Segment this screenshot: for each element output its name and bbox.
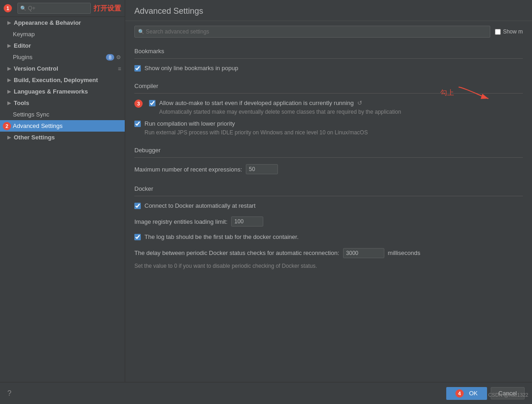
ok-button[interactable]: 4 OK — [446, 387, 487, 400]
docker-delay-input[interactable] — [343, 248, 384, 258]
bookmarks-header: Bookmarks — [134, 45, 523, 59]
bookmarks-section: Bookmarks Show only line bookmarks in po… — [125, 41, 532, 76]
sidebar-item-editor[interactable]: ▶ Editor — [0, 40, 125, 51]
image-registry-label: Image registry entities loading limit: — [134, 218, 227, 225]
ok-label: OK — [469, 390, 478, 397]
chevron-icon: ▶ — [7, 77, 11, 83]
chevron-icon: ▶ — [7, 89, 11, 94]
watermark: CSDN @hac1322 — [488, 392, 528, 398]
sidebar-item-label: Languages & Frameworks — [14, 88, 121, 95]
sidebar-item-settings-sync[interactable]: Settings Sync — [0, 109, 125, 120]
sidebar-item-advanced-settings[interactable]: 2 Advanced Settings — [0, 120, 125, 132]
docker-delay-row: The delay between periodic Docker status… — [134, 245, 523, 261]
auto-make-content: Allow auto-make to start even if develop… — [159, 99, 401, 116]
docker-section: Docker Connect to Docker automatically a… — [125, 179, 532, 275]
sidebar-item-other-settings[interactable]: ▶ Other Settings — [0, 132, 125, 143]
sidebar-item-tools[interactable]: ▶ Tools — [0, 97, 125, 109]
image-registry-row: Image registry entities loading limit: — [134, 214, 523, 229]
sidebar-item-label: Editor — [14, 42, 121, 49]
connect-docker-label: Connect to Docker automatically at resta… — [144, 202, 255, 210]
bottom-bar: ? 4 OK Cancel — [0, 382, 532, 404]
search-bar-row: 🔍 Show m — [125, 21, 532, 41]
lower-priority-label: Run compilation with lower priority — [144, 120, 235, 127]
badge-3: 3 — [134, 100, 143, 108]
chevron-icon: ▶ — [7, 43, 11, 48]
debugger-header: Debugger — [134, 144, 523, 158]
advanced-settings-search-input[interactable] — [134, 26, 490, 38]
sidebar-item-keymap[interactable]: Keymap — [0, 28, 125, 40]
log-tab-label: The log tab should be the first tab for … — [144, 233, 299, 241]
docker-header: Docker — [134, 183, 523, 196]
content-area: Advanced Settings 🔍 Show m Bookmarks Sho… — [125, 0, 532, 382]
sidebar-item-label: Advanced Settings — [13, 122, 121, 129]
sidebar-item-version-control[interactable]: ▶ Version Control ≡ — [0, 63, 125, 74]
lower-priority-description: Run external JPS process with IDLE prior… — [144, 129, 368, 137]
show-modified-row: Show m — [495, 28, 523, 35]
badge-4: 4 — [455, 389, 464, 398]
sidebar-item-label: Other Settings — [14, 134, 121, 141]
sidebar-items: ▶ Appearance & Behavior Keymap ▶ Editor … — [0, 17, 125, 143]
lower-priority-row: Run compilation with lower priority Run … — [134, 118, 523, 138]
log-tab-checkbox[interactable] — [134, 234, 141, 240]
max-expressions-input[interactable] — [246, 164, 278, 174]
max-expressions-row: Maximum number of recent expressions: — [134, 161, 523, 177]
plugins-badge: 8 — [106, 54, 114, 61]
milliseconds-label: milliseconds — [388, 249, 421, 256]
debugger-section: Debugger Maximum number of recent expres… — [125, 140, 532, 179]
show-line-bookmarks-checkbox[interactable] — [134, 65, 141, 72]
help-icon[interactable]: ? — [7, 389, 11, 398]
sidebar-item-label: Keymap — [13, 31, 121, 38]
chevron-icon: ▶ — [7, 20, 11, 25]
connect-docker-row: Connect to Docker automatically at resta… — [134, 200, 523, 212]
lower-priority-content: Run compilation with lower priority Run … — [144, 120, 368, 137]
page-title: Advanced Settings — [134, 6, 523, 16]
search-icon: 🔍 — [20, 6, 27, 11]
docker-delay-label: The delay between periodic Docker status… — [134, 249, 339, 256]
sidebar: 1 🔍 打开设置 ▶ Appearance & Behavior Keymap — [0, 0, 125, 382]
sidebar-item-languages[interactable]: ▶ Languages & Frameworks — [0, 86, 125, 97]
badge-1: 1 — [4, 4, 12, 12]
auto-make-checkbox[interactable] — [149, 100, 155, 106]
reset-icon[interactable]: ↺ — [357, 100, 362, 106]
auto-make-label: Allow auto-make to start even if develop… — [159, 100, 354, 106]
sidebar-item-appearance[interactable]: ▶ Appearance & Behavior — [0, 17, 125, 28]
search-icon: 🔍 — [138, 29, 144, 35]
compiler-section: Compiler 勾上 3 — [125, 76, 532, 140]
lower-priority-checkbox[interactable] — [134, 121, 141, 127]
log-tab-row: The log tab should be the first tab for … — [134, 231, 523, 243]
show-modified-label: Show m — [503, 28, 523, 35]
chevron-icon: ▶ — [7, 100, 11, 105]
sidebar-item-label: Appearance & Behavior — [14, 19, 121, 26]
badge-2: 2 — [3, 122, 11, 130]
chevron-icon: ▶ — [7, 66, 11, 71]
open-settings-label: 打开设置 — [94, 4, 121, 13]
compiler-header: Compiler — [134, 80, 523, 94]
chevron-icon: ▶ — [7, 135, 11, 140]
show-line-bookmarks-row: Show only line bookmarks in popup — [134, 62, 523, 74]
sidebar-item-label: Tools — [14, 100, 121, 106]
content-header: Advanced Settings — [125, 0, 532, 21]
search-bar-wrapper: 🔍 — [134, 26, 490, 38]
show-modified-checkbox[interactable] — [495, 29, 501, 35]
bottom-left: ? — [7, 389, 11, 398]
connect-docker-checkbox[interactable] — [134, 203, 141, 209]
settings-icon[interactable]: ⚙ — [116, 54, 121, 61]
docker-hint: Set the value to 0 if you want to disabl… — [134, 261, 523, 274]
auto-make-description: Automatically started make may eventuall… — [159, 108, 401, 116]
sidebar-search-area: 1 🔍 打开设置 — [0, 0, 125, 17]
list-icon[interactable]: ≡ — [118, 66, 121, 72]
auto-make-row: 3 Allow auto-make to start even if devel… — [134, 97, 523, 118]
sidebar-search-input[interactable] — [17, 3, 91, 14]
image-registry-input[interactable] — [231, 216, 263, 227]
sidebar-item-label: Build, Execution, Deployment — [14, 77, 121, 83]
sidebar-item-plugins[interactable]: Plugins 8 ⚙ — [0, 51, 125, 63]
sidebar-item-label: Settings Sync — [13, 111, 121, 118]
max-expressions-label: Maximum number of recent expressions: — [134, 166, 242, 173]
sidebar-item-build[interactable]: ▶ Build, Execution, Deployment — [0, 74, 125, 86]
sidebar-item-label: Plugins — [13, 54, 104, 61]
auto-make-row-wrapper: 勾上 3 Allow auto-make to start — [134, 97, 523, 118]
sidebar-item-label: Version Control — [14, 65, 116, 72]
show-line-bookmarks-label: Show only line bookmarks in popup — [144, 64, 238, 72]
